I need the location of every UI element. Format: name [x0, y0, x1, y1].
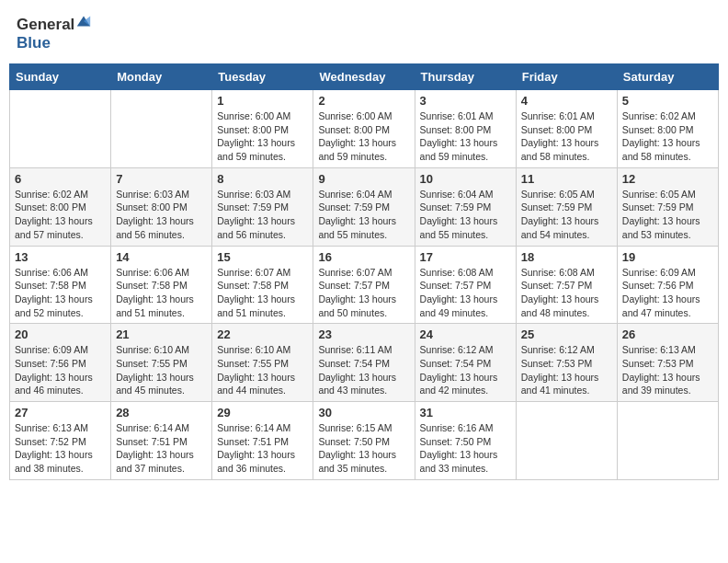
day-cell: 22Sunrise: 6:10 AMSunset: 7:55 PMDayligh…: [212, 324, 313, 402]
day-cell: [516, 402, 617, 480]
day-number: 11: [521, 172, 612, 186]
day-cell: 23Sunrise: 6:11 AMSunset: 7:54 PMDayligh…: [313, 324, 415, 402]
day-number: 26: [622, 327, 713, 341]
week-row-2: 6Sunrise: 6:02 AMSunset: 8:00 PMDaylight…: [10, 167, 719, 246]
week-row-5: 27Sunrise: 6:13 AMSunset: 7:52 PMDayligh…: [10, 402, 719, 480]
day-info: Sunrise: 6:10 AMSunset: 7:55 PMDaylight:…: [217, 343, 308, 397]
day-info: Sunrise: 6:00 AMSunset: 8:00 PMDaylight:…: [217, 109, 308, 164]
day-number: 20: [15, 327, 106, 341]
day-number: 22: [217, 327, 308, 341]
day-cell: [617, 402, 718, 480]
day-number: 10: [420, 172, 511, 186]
weekday-header-thursday: Thursday: [415, 64, 516, 90]
day-info: Sunrise: 6:04 AMSunset: 7:59 PMDaylight:…: [420, 188, 511, 242]
day-number: 4: [521, 94, 612, 108]
day-cell: 21Sunrise: 6:10 AMSunset: 7:55 PMDayligh…: [111, 324, 212, 402]
day-info: Sunrise: 6:09 AMSunset: 7:56 PMDaylight:…: [622, 266, 713, 320]
day-number: 6: [15, 172, 106, 186]
day-cell: 25Sunrise: 6:12 AMSunset: 7:53 PMDayligh…: [516, 324, 617, 402]
day-info: Sunrise: 6:07 AMSunset: 7:57 PMDaylight:…: [318, 266, 409, 320]
day-cell: 26Sunrise: 6:13 AMSunset: 7:53 PMDayligh…: [617, 324, 718, 402]
day-info: Sunrise: 6:13 AMSunset: 7:53 PMDaylight:…: [622, 343, 713, 397]
day-info: Sunrise: 6:10 AMSunset: 7:55 PMDaylight:…: [116, 343, 207, 397]
day-cell: 9Sunrise: 6:04 AMSunset: 7:59 PMDaylight…: [313, 167, 415, 246]
day-cell: 16Sunrise: 6:07 AMSunset: 7:57 PMDayligh…: [313, 246, 415, 324]
day-cell: 31Sunrise: 6:16 AMSunset: 7:50 PMDayligh…: [415, 402, 516, 480]
day-number: 25: [521, 327, 612, 341]
day-cell: 6Sunrise: 6:02 AMSunset: 8:00 PMDaylight…: [10, 167, 111, 246]
day-number: 15: [217, 250, 308, 264]
day-number: 30: [318, 406, 409, 419]
calendar-table: SundayMondayTuesdayWednesdayThursdayFrid…: [9, 63, 719, 480]
day-number: 13: [15, 250, 106, 264]
day-number: 9: [318, 172, 409, 186]
day-number: 17: [420, 250, 511, 264]
day-info: Sunrise: 6:05 AMSunset: 7:59 PMDaylight:…: [521, 188, 612, 242]
day-cell: [10, 90, 111, 168]
day-cell: 5Sunrise: 6:02 AMSunset: 8:00 PMDaylight…: [617, 90, 718, 168]
day-info: Sunrise: 6:01 AMSunset: 8:00 PMDaylight:…: [521, 109, 612, 164]
day-info: Sunrise: 6:02 AMSunset: 8:00 PMDaylight:…: [622, 109, 713, 164]
day-info: Sunrise: 6:13 AMSunset: 7:52 PMDaylight:…: [15, 421, 106, 476]
day-number: 21: [116, 327, 207, 341]
day-number: 18: [521, 250, 612, 264]
day-info: Sunrise: 6:11 AMSunset: 7:54 PMDaylight:…: [318, 343, 409, 397]
day-number: 27: [15, 406, 106, 419]
day-cell: 12Sunrise: 6:05 AMSunset: 7:59 PMDayligh…: [617, 167, 718, 246]
logo-blue: Blue: [17, 34, 51, 52]
logo: General Blue: [17, 13, 92, 52]
weekday-header-sunday: Sunday: [10, 64, 111, 90]
day-cell: 28Sunrise: 6:14 AMSunset: 7:51 PMDayligh…: [111, 402, 212, 480]
day-cell: 17Sunrise: 6:08 AMSunset: 7:57 PMDayligh…: [415, 246, 516, 324]
page-header: General Blue: [9, 9, 719, 56]
day-number: 14: [116, 250, 207, 264]
day-number: 1: [217, 94, 308, 108]
weekday-header-tuesday: Tuesday: [212, 64, 313, 90]
day-info: Sunrise: 6:14 AMSunset: 7:51 PMDaylight:…: [116, 421, 207, 476]
day-number: 24: [420, 327, 511, 341]
day-cell: 2Sunrise: 6:00 AMSunset: 8:00 PMDaylight…: [313, 90, 415, 168]
day-number: 2: [318, 94, 409, 108]
weekday-header-monday: Monday: [111, 64, 212, 90]
logo-general: General: [17, 16, 74, 33]
day-info: Sunrise: 6:08 AMSunset: 7:57 PMDaylight:…: [521, 266, 612, 320]
day-cell: 1Sunrise: 6:00 AMSunset: 8:00 PMDaylight…: [212, 90, 313, 168]
day-cell: 24Sunrise: 6:12 AMSunset: 7:54 PMDayligh…: [415, 324, 516, 402]
day-number: 3: [420, 94, 511, 108]
day-cell: 7Sunrise: 6:03 AMSunset: 8:00 PMDaylight…: [111, 167, 212, 246]
day-info: Sunrise: 6:16 AMSunset: 7:50 PMDaylight:…: [420, 421, 511, 476]
day-number: 7: [116, 172, 207, 186]
day-info: Sunrise: 6:01 AMSunset: 8:00 PMDaylight:…: [420, 109, 511, 164]
day-info: Sunrise: 6:04 AMSunset: 7:59 PMDaylight:…: [318, 188, 409, 242]
day-info: Sunrise: 6:03 AMSunset: 8:00 PMDaylight:…: [116, 188, 207, 242]
day-cell: 14Sunrise: 6:06 AMSunset: 7:58 PMDayligh…: [111, 246, 212, 324]
day-cell: 13Sunrise: 6:06 AMSunset: 7:58 PMDayligh…: [10, 246, 111, 324]
day-cell: 11Sunrise: 6:05 AMSunset: 7:59 PMDayligh…: [516, 167, 617, 246]
day-info: Sunrise: 6:14 AMSunset: 7:51 PMDaylight:…: [217, 421, 308, 476]
weekday-header-row: SundayMondayTuesdayWednesdayThursdayFrid…: [10, 64, 719, 90]
day-cell: 3Sunrise: 6:01 AMSunset: 8:00 PMDaylight…: [415, 90, 516, 168]
day-number: 28: [116, 406, 207, 419]
day-cell: 20Sunrise: 6:09 AMSunset: 7:56 PMDayligh…: [10, 324, 111, 402]
day-cell: 18Sunrise: 6:08 AMSunset: 7:57 PMDayligh…: [516, 246, 617, 324]
day-number: 5: [622, 94, 713, 108]
day-info: Sunrise: 6:02 AMSunset: 8:00 PMDaylight:…: [15, 188, 106, 242]
day-info: Sunrise: 6:06 AMSunset: 7:58 PMDaylight:…: [15, 266, 106, 320]
day-info: Sunrise: 6:03 AMSunset: 7:59 PMDaylight:…: [217, 188, 308, 242]
day-info: Sunrise: 6:00 AMSunset: 8:00 PMDaylight:…: [318, 109, 409, 164]
day-number: 16: [318, 250, 409, 264]
day-info: Sunrise: 6:15 AMSunset: 7:50 PMDaylight:…: [318, 421, 409, 476]
week-row-1: 1Sunrise: 6:00 AMSunset: 8:00 PMDaylight…: [10, 90, 719, 168]
day-cell: 19Sunrise: 6:09 AMSunset: 7:56 PMDayligh…: [617, 246, 718, 324]
day-info: Sunrise: 6:09 AMSunset: 7:56 PMDaylight:…: [15, 343, 106, 397]
day-number: 31: [420, 406, 511, 419]
day-info: Sunrise: 6:08 AMSunset: 7:57 PMDaylight:…: [420, 266, 511, 320]
day-cell: 30Sunrise: 6:15 AMSunset: 7:50 PMDayligh…: [313, 402, 415, 480]
day-info: Sunrise: 6:07 AMSunset: 7:58 PMDaylight:…: [217, 266, 308, 320]
weekday-header-friday: Friday: [516, 64, 617, 90]
day-number: 29: [217, 406, 308, 419]
day-cell: 8Sunrise: 6:03 AMSunset: 7:59 PMDaylight…: [212, 167, 313, 246]
day-number: 19: [622, 250, 713, 264]
day-number: 12: [622, 172, 713, 186]
day-number: 23: [318, 327, 409, 341]
